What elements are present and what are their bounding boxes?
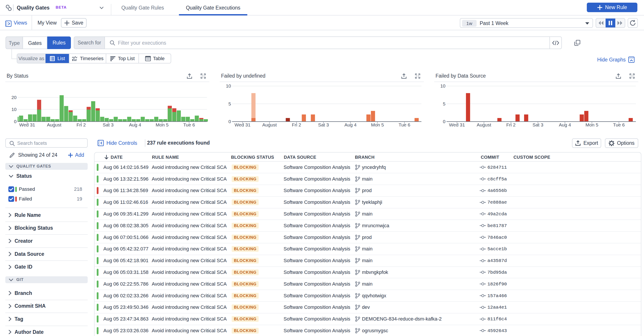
svg-text:Wed 31: Wed 31 <box>449 122 465 127</box>
svg-text:Tue 6: Tue 6 <box>613 122 625 127</box>
svg-text:5: 5 <box>228 101 231 106</box>
svg-text:Sat 3: Sat 3 <box>532 122 543 127</box>
svg-text:Fri 2: Fri 2 <box>292 122 301 127</box>
svg-text:Wed 31: Wed 31 <box>234 122 250 127</box>
svg-text:Mon 5: Mon 5 <box>371 122 384 127</box>
svg-text:10: 10 <box>440 83 446 88</box>
svg-text:August: August <box>262 122 277 127</box>
svg-text:5: 5 <box>443 101 446 106</box>
svg-text:0: 0 <box>228 119 231 124</box>
svg-text:Fri 2: Fri 2 <box>506 122 516 127</box>
svg-text:0: 0 <box>443 119 446 124</box>
svg-text:Sat 3: Sat 3 <box>318 122 329 127</box>
svg-text:August: August <box>477 122 492 127</box>
svg-text:Tue 6: Tue 6 <box>399 122 410 127</box>
svg-text:Sat 3: Sat 3 <box>103 122 114 127</box>
svg-text:Tue 6: Tue 6 <box>183 122 195 127</box>
svg-text:Aug 4: Aug 4 <box>344 122 356 127</box>
svg-text:10: 10 <box>226 83 231 88</box>
svg-text:Aug 4: Aug 4 <box>559 122 571 127</box>
svg-text:Aug 4: Aug 4 <box>129 122 141 127</box>
svg-text:Mon 5: Mon 5 <box>586 122 598 127</box>
svg-text:Mon 5: Mon 5 <box>156 122 168 127</box>
